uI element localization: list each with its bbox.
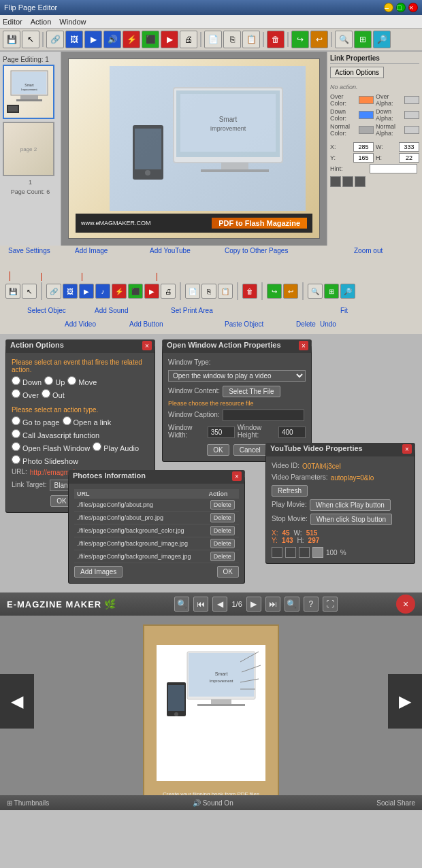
openwin-ok-button[interactable]: OK (207, 444, 229, 456)
ann-img-btn[interactable]: 🖼 (63, 284, 78, 299)
preview-next-btn[interactable]: ▶ (246, 597, 261, 612)
menu-action[interactable]: Action (31, 18, 52, 26)
photo-delete-button[interactable]: Delete (210, 552, 235, 561)
ann-paste-btn[interactable]: 📋 (218, 284, 233, 299)
ann-fit-btn[interactable]: ⊞ (324, 284, 339, 299)
add-sound-button[interactable]: 🔊 (103, 31, 121, 48)
photo-delete-button[interactable]: Delete (210, 513, 235, 522)
prop-icon-1[interactable] (330, 176, 341, 187)
window-height-input[interactable] (278, 427, 306, 438)
ann-snd-btn[interactable]: ♪ (95, 284, 110, 299)
ann-save-btn[interactable]: 💾 (5, 284, 20, 299)
select-file-button[interactable]: Select The File (223, 386, 280, 397)
event-move-radio[interactable] (67, 376, 76, 385)
preview-last-btn[interactable]: ⏭ (265, 597, 280, 612)
select-button[interactable]: ↖ (22, 31, 39, 48)
stop-movie-button[interactable]: When click Stop button (310, 514, 392, 525)
down-color-swatch[interactable] (359, 111, 374, 119)
play-movie-button[interactable]: When click Play button (310, 499, 391, 511)
event-down-radio[interactable] (12, 376, 20, 385)
save-button[interactable]: 💾 (3, 31, 20, 48)
open-link-radio[interactable] (63, 416, 71, 425)
maximize-button[interactable]: □ (396, 3, 406, 12)
window-type-select[interactable]: Open the window to play a video (168, 370, 306, 382)
yt-icon-3[interactable] (299, 547, 310, 558)
over-alpha-field[interactable] (404, 96, 419, 104)
canvas-area[interactable]: Smart Improvement www.eMAGMAKER.COM PDF … (61, 52, 327, 246)
preview-social-share[interactable]: Social Share (376, 799, 415, 807)
action-options-button[interactable]: Action Options (330, 67, 384, 78)
ann-zout-btn[interactable]: 🔍 (308, 284, 323, 299)
over-color-swatch[interactable] (359, 96, 374, 104)
ann-zin-btn[interactable]: 🔎 (340, 284, 355, 299)
undo-button[interactable]: ↩ (310, 31, 328, 48)
add-youtube-button[interactable]: ▶ (161, 31, 178, 48)
w-field[interactable] (399, 142, 419, 152)
page-thumbnail-2[interactable]: page 2 (3, 122, 54, 176)
add-images-button[interactable]: Add Images (74, 566, 123, 578)
event-up-radio[interactable] (44, 376, 53, 385)
photos-ok-button[interactable]: OK (217, 566, 239, 578)
ann-copy-btn[interactable]: ⎘ (201, 284, 216, 299)
add-flash-button[interactable]: ⚡ (123, 31, 140, 48)
event-out-radio[interactable] (42, 389, 50, 398)
preview-nav-right[interactable]: ▶ (388, 674, 422, 729)
yt-icon-1[interactable] (272, 547, 282, 558)
ann-flash-btn[interactable]: ⚡ (112, 284, 127, 299)
yt-icon-2[interactable] (285, 547, 296, 558)
preview-thumbnails[interactable]: ⊞ Thumbnails (7, 799, 49, 807)
page-thumbnail-1[interactable]: Smart Improvement (3, 65, 54, 119)
normal-color-swatch[interactable] (359, 126, 374, 134)
h-field[interactable] (399, 153, 419, 163)
prop-icon-2[interactable] (342, 176, 353, 187)
y-field[interactable] (353, 153, 374, 163)
add-image-button[interactable]: 🖼 (65, 31, 83, 48)
preview-help-btn[interactable]: ? (304, 597, 319, 612)
print-button[interactable]: 🖨 (180, 31, 197, 48)
window-caption-input[interactable] (223, 410, 304, 421)
ann-vid-btn[interactable]: ▶ (79, 284, 94, 299)
ann-copy2p-btn[interactable]: 📄 (185, 284, 200, 299)
goto-page-radio[interactable] (12, 416, 20, 425)
normal-alpha-field[interactable] (404, 126, 419, 134)
ann-redo-btn[interactable]: ↪ (267, 284, 282, 299)
event-over-radio[interactable] (12, 389, 20, 398)
refresh-button[interactable]: Refresh (272, 485, 308, 497)
ann-undo-btn[interactable]: ↩ (283, 284, 298, 299)
youtube-dialog-close[interactable]: × (402, 444, 412, 454)
ann-button-btn[interactable]: ⬛ (128, 284, 143, 299)
photo-delete-button[interactable]: Delete (210, 500, 235, 510)
window-width-input[interactable] (208, 427, 235, 438)
ann-del-btn[interactable]: 🗑 (242, 284, 257, 299)
zoom-out-button[interactable]: 🔍 (335, 31, 353, 48)
ann-link-btn[interactable]: 🔗 (46, 284, 61, 299)
down-alpha-field[interactable] (404, 111, 419, 119)
preview-prev-btn[interactable]: ◀ (212, 597, 227, 612)
preview-zoom-out-btn[interactable]: 🔍 (285, 597, 299, 612)
preview-zoom-in-btn[interactable]: 🔍 (174, 597, 189, 612)
openwin-dialog-close[interactable]: × (299, 341, 308, 350)
call-js-radio[interactable] (12, 429, 20, 438)
add-button-button[interactable]: ⬛ (142, 31, 159, 48)
photo-slideshow-radio[interactable] (12, 455, 20, 464)
preview-nav-left[interactable]: ◀ (0, 674, 34, 729)
fit-button[interactable]: ⊞ (354, 31, 372, 48)
redo-button[interactable]: ↪ (291, 31, 309, 48)
ann-print-btn[interactable]: 🖨 (161, 284, 176, 299)
photos-dialog-close[interactable]: × (232, 471, 242, 481)
delete-button[interactable]: 🗑 (267, 31, 285, 48)
minimize-button[interactable]: – (384, 3, 393, 12)
photo-delete-button[interactable]: Delete (210, 539, 235, 548)
openwin-cancel-button[interactable]: Cancel (233, 444, 267, 456)
photo-delete-button[interactable]: Delete (210, 526, 235, 535)
close-button[interactable]: × (408, 3, 418, 12)
preview-first-btn[interactable]: ⏮ (193, 597, 208, 612)
menu-editor[interactable]: Editor (3, 18, 22, 26)
x-field[interactable] (353, 142, 374, 152)
copy-object-button[interactable]: ⎘ (223, 31, 241, 48)
action-dialog-close[interactable]: × (142, 341, 152, 350)
preview-close-button[interactable]: × (396, 595, 415, 614)
paste-object-button[interactable]: 📋 (242, 31, 260, 48)
copy-to-pages-button[interactable]: 📄 (204, 31, 222, 48)
open-flash-radio[interactable] (12, 442, 20, 451)
